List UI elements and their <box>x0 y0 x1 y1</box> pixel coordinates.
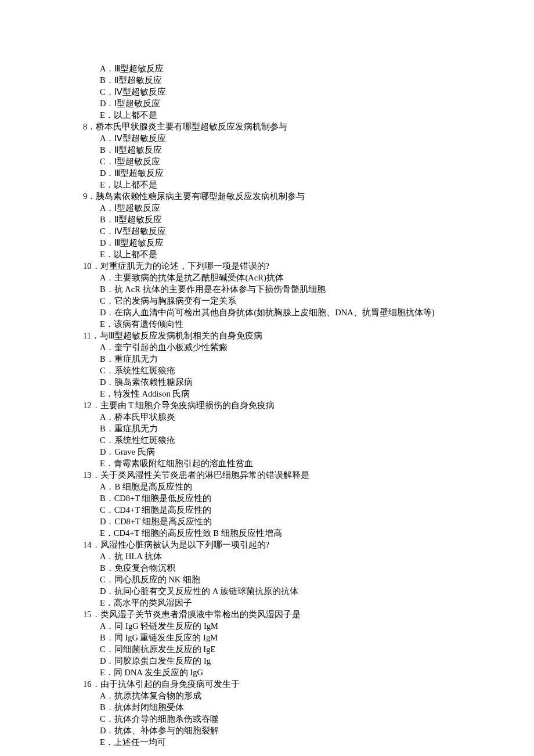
option: C．同细菌抗原发生反应的 IgE <box>0 643 534 655</box>
question-15: 15．类风湿子关节炎患者滑膜液中常检出的类风湿因子是 A．同 IgG 轻链发生反… <box>0 609 534 678</box>
question-11: 11．与Ⅲ型超敏反应发病机制相关的自身免疫病 A．奎宁引起的血小板减少性紫癜 B… <box>0 330 534 399</box>
option: E．CD4+T 细胞的高反应性致 B 细胞反应性增高 <box>0 527 534 539</box>
question-stem: 9．胰岛素依赖性糖尿病主要有哪型超敏反应发病机制参与 <box>0 190 534 202</box>
option: B．重症肌无力 <box>0 353 534 365</box>
question-7-partial: A．Ⅲ型超敏反应 B．Ⅱ型超敏反应 C．Ⅳ型超敏反应 D．Ⅰ型超敏反应 E．以上… <box>0 63 534 121</box>
option: A．桥本氏甲状腺炎 <box>0 411 534 423</box>
option: B．重症肌无力 <box>0 423 534 434</box>
option: B．CD8+T 细胞是低反应性的 <box>0 492 534 504</box>
option: D．CD8+T 细胞是高反应性的 <box>0 516 534 527</box>
option: D．Ⅲ型超敏反应 <box>0 237 534 249</box>
option: B．Ⅱ型超敏反应 <box>0 74 534 86</box>
option: C．Ⅰ型超敏反应 <box>0 156 534 167</box>
question-9: 9．胰岛素依赖性糖尿病主要有哪型超敏反应发病机制参与 A．Ⅰ型超敏反应 B．Ⅱ型… <box>0 190 534 260</box>
option: D．Ⅰ型超敏反应 <box>0 98 534 109</box>
question-8: 8．桥本氏甲状腺炎主要有哪型超敏反应发病机制参与 A．Ⅳ型超敏反应 B．Ⅱ型超敏… <box>0 121 534 190</box>
question-stem: 8．桥本氏甲状腺炎主要有哪型超敏反应发病机制参与 <box>0 121 534 132</box>
option: A．抗原抗体复合物的形成 <box>0 690 534 701</box>
option: C．Ⅳ型超敏反应 <box>0 86 534 98</box>
question-10: 10．对重症肌无力的论述，下列哪一项是错误的? A．主要致病的抗体是抗乙酰胆碱受… <box>0 260 534 330</box>
question-stem: 16．由于抗体引起的自身免疫病可发生于 <box>0 678 534 690</box>
option: A．Ⅰ型超敏反应 <box>0 202 534 214</box>
option: B．Ⅱ型超敏反应 <box>0 214 534 225</box>
option: D．在病人血清中尚可检出其他自身抗体(如抗胸腺上皮细胞、DNA、抗胃壁细胞抗体等… <box>0 307 534 318</box>
option: A．奎宁引起的血小板减少性紫癜 <box>0 341 534 353</box>
option: A．主要致病的抗体是抗乙酰胆碱受体(AcR)抗体 <box>0 272 534 283</box>
question-16: 16．由于抗体引起的自身免疫病可发生于 A．抗原抗体复合物的形成 B．抗体封闭细… <box>0 678 534 748</box>
option: D．同胶原蛋白发生反应的 Ig <box>0 655 534 667</box>
option: B．抗体封闭细胞受体 <box>0 701 534 713</box>
option: C．系统性红斑狼疮 <box>0 434 534 446</box>
option: E．以上都不是 <box>0 109 534 121</box>
question-14: 14．风湿性心脏病被认为是以下列哪一项引起的? A．抗 HLA 抗体 B．免疫复… <box>0 539 534 609</box>
option: D．胰岛素依赖性糖尿病 <box>0 376 534 388</box>
option: C．同心肌反应的 NK 细胞 <box>0 574 534 585</box>
option: D．抗同心脏有交叉反应性的 A 族链球菌抗原的抗体 <box>0 585 534 597</box>
option: A．Ⅲ型超敏反应 <box>0 63 534 74</box>
option: E．特发性 Addison 氏病 <box>0 388 534 399</box>
option: A．B 细胞是高反应性的 <box>0 481 534 492</box>
option: D．Grave 氏病 <box>0 446 534 458</box>
option: C．CD4+T 细胞是高反应性的 <box>0 504 534 516</box>
option: C．抗体介导的细胞杀伤或吞噬 <box>0 713 534 725</box>
option: A．Ⅳ型超敏反应 <box>0 132 534 144</box>
question-stem: 11．与Ⅲ型超敏反应发病机制相关的自身免疫病 <box>0 330 534 341</box>
option: B．免疫复合物沉积 <box>0 562 534 574</box>
question-13: 13．关于类风湿性关节炎患者的淋巴细胞异常的错误解释是 A．B 细胞是高反应性的… <box>0 469 534 539</box>
option: A．抗 HLA 抗体 <box>0 550 534 562</box>
option: E．该病有遗传倾向性 <box>0 318 534 330</box>
option: C．Ⅳ型超敏反应 <box>0 225 534 237</box>
option: B．Ⅱ型超敏反应 <box>0 144 534 156</box>
question-stem: 13．关于类风湿性关节炎患者的淋巴细胞异常的错误解释是 <box>0 469 534 481</box>
document-page: A．Ⅲ型超敏反应 B．Ⅱ型超敏反应 C．Ⅳ型超敏反应 D．Ⅰ型超敏反应 E．以上… <box>0 0 534 756</box>
option: E．同 DNA 发生反应的 IgG <box>0 667 534 678</box>
question-stem: 12．主要由 T 细胞介导免疫病理损伤的自身免疫病 <box>0 399 534 411</box>
option: C．系统性红斑狼疮 <box>0 365 534 376</box>
option: E．以上都不是 <box>0 179 534 190</box>
option: D．Ⅲ型超敏反应 <box>0 167 534 179</box>
option: E．青霉素吸附红细胞引起的溶血性贫血 <box>0 458 534 469</box>
question-12: 12．主要由 T 细胞介导免疫病理损伤的自身免疫病 A．桥本氏甲状腺炎 B．重症… <box>0 399 534 469</box>
option: E．高水平的类风湿因子 <box>0 597 534 609</box>
option: A．同 IgG 轻链发生反应的 IgM <box>0 620 534 632</box>
option: C．它的发病与胸腺病变有一定关系 <box>0 295 534 307</box>
option: E．上述任一均可 <box>0 736 534 748</box>
option: D．抗体、补体参与的细胞裂解 <box>0 725 534 736</box>
question-stem: 15．类风湿子关节炎患者滑膜液中常检出的类风湿因子是 <box>0 609 534 620</box>
question-stem: 14．风湿性心脏病被认为是以下列哪一项引起的? <box>0 539 534 550</box>
option: B．抗 AcR 抗体的主要作用是在补体参与下损伤骨骼肌细胞 <box>0 283 534 295</box>
option: E．以上都不是 <box>0 249 534 260</box>
question-stem: 10．对重症肌无力的论述，下列哪一项是错误的? <box>0 260 534 272</box>
option: B．同 IgG 重链发生反应的 IgM <box>0 632 534 643</box>
